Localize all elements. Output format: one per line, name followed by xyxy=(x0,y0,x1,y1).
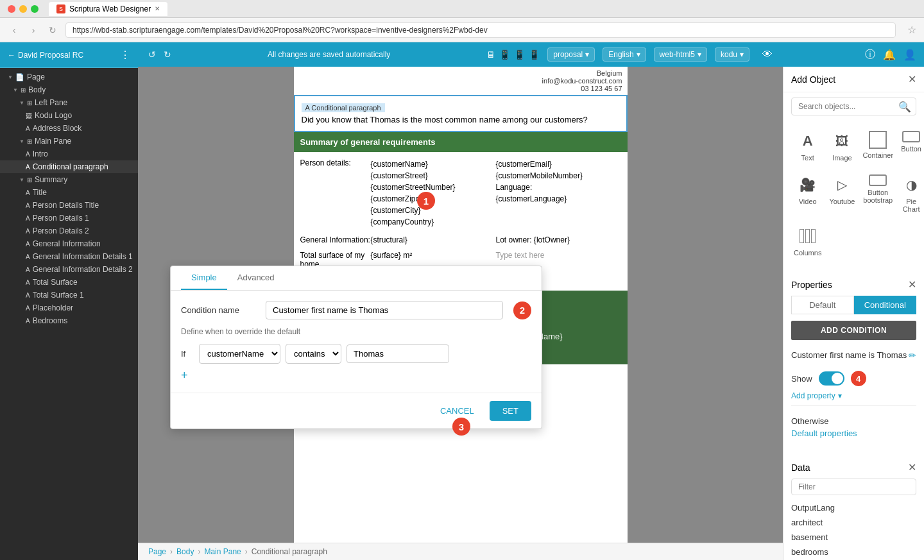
info-icon[interactable]: ⓘ xyxy=(865,48,875,62)
browser-tab[interactable]: S Scriptura Web Designer ✕ xyxy=(49,2,167,16)
back-button[interactable]: ‹ xyxy=(8,24,21,37)
sidebar-item-intro[interactable]: A Intro xyxy=(0,148,138,160)
condition-name-input[interactable] xyxy=(266,301,503,319)
search-objects-input[interactable] xyxy=(791,98,916,115)
text-icon: A xyxy=(26,189,30,196)
value-input[interactable] xyxy=(346,344,449,363)
object-text[interactable]: A Text xyxy=(791,126,824,167)
show-toggle-row: Show 4 xyxy=(791,371,916,386)
simple-tab[interactable]: Simple xyxy=(181,266,227,290)
default-tab[interactable]: Default xyxy=(791,296,854,314)
url-bar[interactable]: https://wbd-stab.scripturaengage.com/tem… xyxy=(65,22,896,38)
sidebar-item-total-surface[interactable]: A Total Surface xyxy=(0,276,138,289)
sidebar-item-label: Body xyxy=(28,85,46,94)
advanced-tab[interactable]: Advanced xyxy=(227,266,285,290)
format-dropdown[interactable]: web-html5 ▾ xyxy=(654,47,707,62)
sidebar-item-person-details-1[interactable]: A Person Details 1 xyxy=(0,212,138,225)
edit-condition-icon[interactable]: ✏ xyxy=(909,350,916,361)
sidebar-item-person-details-title[interactable]: A Person Details Title xyxy=(0,199,138,212)
sidebar-item-general-info-details-1[interactable]: A General Information Details 1 xyxy=(0,250,138,263)
object-pie-chart[interactable]: ◑ Pie Chart xyxy=(898,169,924,218)
object-youtube[interactable]: ▷ Youtube xyxy=(826,169,857,218)
sidebar-item-kodu-logo[interactable]: 🖼 Kodu Logo xyxy=(0,109,138,122)
tab-close-icon[interactable]: ✕ xyxy=(155,5,160,12)
tablet-landscape-button[interactable]: 📱 xyxy=(514,49,525,60)
sidebar-item-label: Total Surface 1 xyxy=(33,291,84,300)
close-data-icon[interactable]: ✕ xyxy=(908,461,916,473)
preview-button[interactable]: 👁 xyxy=(762,49,773,60)
data-filter-input[interactable] xyxy=(791,479,916,495)
object-video[interactable]: 🎥 Video xyxy=(791,169,824,218)
sidebar-item-person-details-2[interactable]: A Person Details 2 xyxy=(0,225,138,237)
forward-button[interactable]: › xyxy=(27,24,40,37)
back-to-projects[interactable]: ← David Proposal RC xyxy=(8,51,83,60)
object-button-bootstrap[interactable]: Button bootstrap xyxy=(860,169,896,218)
proposal-dropdown[interactable]: proposal ▾ xyxy=(547,47,595,62)
object-button[interactable]: Button xyxy=(898,126,924,167)
canvas-area[interactable]: Belgium info@kodu-construct.com 03 123 4… xyxy=(138,67,783,543)
undo-button[interactable]: ↺ xyxy=(148,49,156,60)
minimize-button[interactable] xyxy=(19,5,27,13)
text-icon: A xyxy=(26,151,30,158)
set-button[interactable]: SET xyxy=(490,401,531,421)
sidebar-item-left-pane[interactable]: ▼ ⊞ Left Pane xyxy=(0,96,138,109)
data-item-architect[interactable]: architect xyxy=(791,515,916,530)
object-container[interactable]: Container xyxy=(860,126,896,167)
user-dropdown[interactable]: kodu ▾ xyxy=(715,47,749,62)
breadcrumb-body[interactable]: Body xyxy=(176,547,194,556)
badge-3: 3 xyxy=(452,418,470,436)
step-4-badge: 4 xyxy=(851,371,866,386)
youtube-label: Youtube xyxy=(829,198,855,205)
add-condition-button[interactable]: ADD CONDITION xyxy=(791,321,916,340)
text-label: Text xyxy=(801,154,814,162)
sidebar-item-placeholder[interactable]: A Placeholder xyxy=(0,301,138,314)
bookmark-icon[interactable]: ☆ xyxy=(907,24,916,36)
refresh-button[interactable]: ↻ xyxy=(46,24,59,37)
sidebar-item-body[interactable]: ▼ ⊞ Body xyxy=(0,83,138,96)
data-item-basement[interactable]: basement xyxy=(791,530,916,545)
sidebar-item-general-info-details-2[interactable]: A General Information Details 2 xyxy=(0,263,138,276)
close-panel-icon[interactable]: ✕ xyxy=(908,73,916,85)
sidebar-item-general-info[interactable]: A General Information xyxy=(0,237,138,250)
conditional-tab[interactable]: Conditional xyxy=(854,296,917,314)
notification-icon[interactable]: 🔔 xyxy=(883,49,896,61)
sidebar-item-page[interactable]: ▼ 📄 Page xyxy=(0,71,138,83)
show-toggle[interactable] xyxy=(819,371,844,386)
sidebar-item-total-surface-1[interactable]: A Total Surface 1 xyxy=(0,289,138,301)
mobile-device-button[interactable]: 📱 xyxy=(529,49,540,60)
sidebar-item-summary[interactable]: ▼ ⊞ Summary xyxy=(0,173,138,186)
user-avatar-icon[interactable]: 👤 xyxy=(903,49,916,61)
more-options-icon[interactable]: ⋮ xyxy=(120,49,130,61)
tablet-device-button[interactable]: 📱 xyxy=(499,49,510,60)
button-label: Button xyxy=(901,145,921,153)
fullscreen-button[interactable] xyxy=(31,5,38,13)
sidebar-item-main-pane[interactable]: ▼ ⊞ Main Pane xyxy=(0,135,138,148)
language-dropdown[interactable]: English ▾ xyxy=(603,47,646,62)
autosave-status: All changes are saved automatically xyxy=(179,50,479,59)
condition-name-label: Condition name xyxy=(181,305,258,315)
sidebar-item-label: Person Details 1 xyxy=(33,214,89,223)
sidebar-item-bedrooms[interactable]: A Bedrooms xyxy=(0,314,138,327)
add-property-button[interactable]: Add property ▾ xyxy=(791,391,916,400)
close-properties-icon[interactable]: ✕ xyxy=(908,278,916,291)
expand-icon: ▼ xyxy=(19,139,24,144)
object-columns[interactable]: Columns xyxy=(791,221,824,262)
breadcrumb-main-pane[interactable]: Main Pane xyxy=(204,547,241,556)
page-icon: 📄 xyxy=(15,73,24,81)
sidebar-item-conditional-paragraph[interactable]: A Conditional paragraph xyxy=(0,160,138,173)
sidebar-item-address-block[interactable]: A Address Block xyxy=(0,122,138,135)
field-dropdown[interactable]: customerName customerEmail xyxy=(199,344,280,364)
breadcrumb-page[interactable]: Page xyxy=(148,547,166,556)
text-icon: A xyxy=(26,292,30,299)
redo-button[interactable]: ↻ xyxy=(164,49,171,60)
button-bootstrap-icon xyxy=(869,174,887,186)
desktop-device-button[interactable]: 🖥 xyxy=(486,49,495,60)
object-image[interactable]: 🖼 Image xyxy=(826,126,857,167)
add-condition-plus-icon[interactable]: + xyxy=(181,369,531,382)
operator-dropdown[interactable]: contains equals xyxy=(286,344,341,364)
data-item-bedrooms[interactable]: bedrooms xyxy=(791,545,916,559)
data-item-outputlang[interactable]: OutputLang xyxy=(791,500,916,515)
default-props-link[interactable]: Default properties xyxy=(791,428,916,438)
sidebar-item-title[interactable]: A Title xyxy=(0,186,138,199)
close-button[interactable] xyxy=(8,5,15,13)
